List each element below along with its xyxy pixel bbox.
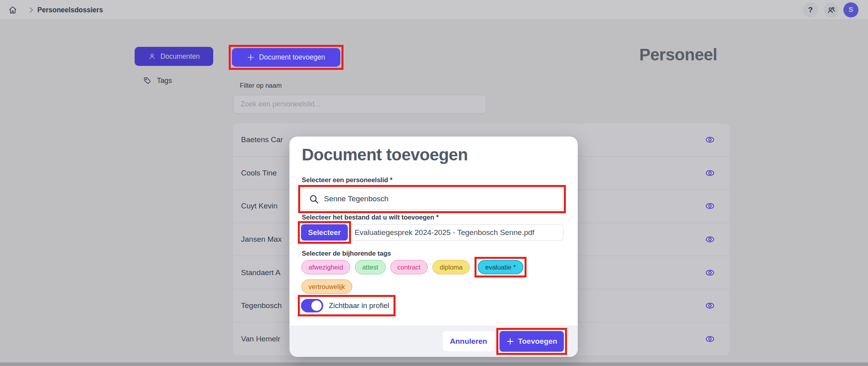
annotation-box-add-document: Document toevoegen (229, 45, 343, 70)
tag-attest[interactable]: attest (355, 260, 385, 274)
annotation-box-file-button: Selecteer (298, 221, 351, 244)
file-name-field[interactable]: Evaluatiegesprek 2024-2025 - Tegenbosch … (349, 224, 563, 241)
annotation-box-member-input (298, 185, 566, 213)
toggle-knob (311, 301, 322, 311)
member-search-input[interactable] (324, 189, 558, 209)
tag-vertrouwelijk[interactable]: vertrouwelijk (301, 279, 352, 294)
add-document-label: Document toevoegen (259, 53, 325, 62)
tag-evaluatie[interactable]: evaluatie * (478, 260, 523, 274)
file-label: Selecteer het bestand dat u wilt toevoeg… (302, 214, 439, 221)
annotation-box-submit: Toevoegen (496, 328, 567, 355)
search-icon (309, 194, 319, 204)
tag-contract[interactable]: contract (390, 260, 428, 274)
add-document-modal: Document toevoegen Selecteer een persone… (289, 137, 578, 357)
file-select-button[interactable]: Selecteer (301, 224, 348, 241)
tag-diploma[interactable]: diploma (432, 260, 470, 274)
visibility-toggle-group: Zichtbaar in profiel (301, 298, 392, 313)
annotation-box-visibility-toggle: Zichtbaar in profiel (298, 295, 395, 316)
modal-footer: Annuleren Toevoegen (289, 326, 578, 357)
plus-icon (247, 54, 255, 61)
tags-label: Selecteer de bijhorende tags (302, 250, 391, 257)
tags-row: vertrouwelijk (301, 279, 352, 294)
member-label: Selecteer een personeelslid * (302, 176, 392, 183)
plus-icon (506, 337, 514, 345)
tags-row: afwezigheid attest contract diploma eval… (301, 257, 527, 277)
modal-title: Document toevoegen (302, 145, 468, 164)
visibility-toggle-label: Zichtbaar in profiel (329, 301, 389, 310)
visibility-toggle[interactable] (301, 299, 323, 312)
member-search-field (301, 188, 563, 210)
page: Personeelsdossiers ? S Documenten Tags D… (0, 0, 868, 366)
submit-label: Toevoegen (518, 337, 557, 346)
tag-afwezigheid[interactable]: afwezigheid (301, 260, 350, 274)
add-document-button[interactable]: Document toevoegen (232, 48, 340, 67)
cancel-button[interactable]: Annuleren (443, 331, 494, 351)
submit-button[interactable]: Toevoegen (500, 331, 564, 352)
file-select-label: Selecteer (308, 228, 341, 237)
annotation-box-tag-evaluatie: evaluatie * (475, 257, 527, 277)
